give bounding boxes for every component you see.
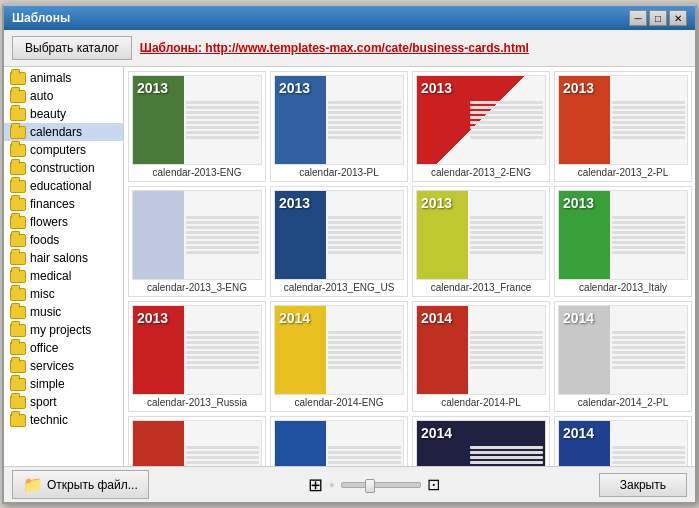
thumbnail-label: calendar-2013_2-PL	[578, 167, 669, 178]
grid-icon[interactable]: ⊞	[308, 474, 323, 496]
status-bar: 📁 Открыть файл... ⊞ ● ⊡ Закрыть	[4, 466, 695, 502]
folder-icon	[10, 162, 26, 175]
sidebar-item-label: misc	[30, 287, 55, 301]
status-left: 📁 Открыть файл...	[12, 470, 149, 499]
calendar-lines	[184, 76, 261, 164]
grid-item[interactable]: calendar-2014_CZ	[128, 416, 266, 466]
year-label: 2013	[563, 80, 594, 96]
grid-item[interactable]: 2013calendar-2013-ENG	[128, 71, 266, 182]
sidebar-item-technic[interactable]: technic	[4, 411, 123, 429]
grid-item[interactable]: 2013calendar-2013_2-PL	[554, 71, 692, 182]
calendar-lines	[184, 421, 261, 466]
grid-item[interactable]: 2014calendar-2014-PL	[412, 301, 550, 412]
sidebar-item-label: services	[30, 359, 74, 373]
zoom-track[interactable]	[341, 482, 421, 488]
close-button[interactable]: Закрыть	[599, 473, 687, 497]
thumbnail-image: 2013	[132, 305, 262, 395]
year-label: 2013	[279, 80, 310, 96]
view-icon[interactable]: ⊡	[427, 475, 440, 494]
maximize-button[interactable]: □	[649, 10, 667, 26]
sidebar-item-animals[interactable]: animals	[4, 69, 123, 87]
select-catalog-button[interactable]: Выбрать каталог	[12, 36, 132, 60]
sidebar-item-services[interactable]: services	[4, 357, 123, 375]
main-area: animalsautobeautycalendarscomputersconst…	[4, 67, 695, 466]
grid-item[interactable]: 2014calendar-2014_ENG_US_2	[412, 416, 550, 466]
calendar-lines	[184, 191, 261, 279]
folder-icon	[10, 288, 26, 301]
grid-item[interactable]: 2013calendar-2013_France	[412, 186, 550, 297]
grid-item[interactable]: 2014calendar-2014-ENG	[270, 301, 408, 412]
sidebar-item-label: music	[30, 305, 61, 319]
sidebar-item-label: flowers	[30, 215, 68, 229]
thumbnail-image: 2013	[416, 190, 546, 280]
grid-item[interactable]: 2014calendar-2014_France	[554, 416, 692, 466]
sidebar-item-label: office	[30, 341, 58, 355]
year-label: 2013	[421, 195, 452, 211]
grid-item[interactable]: calendar-2014_ENG_US	[270, 416, 408, 466]
folder-icon	[10, 252, 26, 265]
sidebar-item-foods[interactable]: foods	[4, 231, 123, 249]
calendar-lines	[610, 76, 687, 164]
grid-item[interactable]: calendar-2013_3-ENG	[128, 186, 266, 297]
sidebar-item-misc[interactable]: misc	[4, 285, 123, 303]
grid-item[interactable]: 2013calendar-2013-PL	[270, 71, 408, 182]
folder-icon	[10, 216, 26, 229]
sidebar-item-beauty[interactable]: beauty	[4, 105, 123, 123]
folder-icon	[10, 342, 26, 355]
sidebar: animalsautobeautycalendarscomputersconst…	[4, 67, 124, 466]
grid-item[interactable]: 2014calendar-2014_2-PL	[554, 301, 692, 412]
sidebar-item-finances[interactable]: finances	[4, 195, 123, 213]
sidebar-item-hair-salons[interactable]: hair salons	[4, 249, 123, 267]
calendar-lines	[468, 191, 545, 279]
open-file-button[interactable]: 📁 Открыть файл...	[12, 470, 149, 499]
sidebar-item-simple[interactable]: simple	[4, 375, 123, 393]
minimize-button[interactable]: ─	[629, 10, 647, 26]
sidebar-item-label: sport	[30, 395, 57, 409]
sidebar-item-construction[interactable]: construction	[4, 159, 123, 177]
sidebar-item-calendars[interactable]: calendars	[4, 123, 123, 141]
calendar-lines	[326, 421, 403, 466]
thumbnail-image: 2013	[558, 190, 688, 280]
sidebar-item-office[interactable]: office	[4, 339, 123, 357]
status-icons: ⊞ ● ⊡	[308, 474, 440, 496]
sidebar-item-label: animals	[30, 71, 71, 85]
year-label: 2014	[421, 310, 452, 326]
window-title: Шаблоны	[12, 11, 70, 25]
sidebar-item-my-projects[interactable]: my projects	[4, 321, 123, 339]
year-label: 2013	[279, 195, 310, 211]
sidebar-item-music[interactable]: music	[4, 303, 123, 321]
grid-item[interactable]: 2013calendar-2013_Russia	[128, 301, 266, 412]
year-label: 2013	[137, 310, 168, 326]
calendar-lines	[468, 76, 545, 164]
title-bar-buttons: ─ □ ✕	[629, 10, 687, 26]
thumbnail-image: 2013	[274, 75, 404, 165]
sidebar-item-label: finances	[30, 197, 75, 211]
thumbnail-label: calendar-2014-PL	[441, 397, 521, 408]
content-area: 2013calendar-2013-ENG2013calendar-2013-P…	[124, 67, 695, 466]
sidebar-item-flowers[interactable]: flowers	[4, 213, 123, 231]
close-window-button[interactable]: ✕	[669, 10, 687, 26]
folder-icon	[10, 396, 26, 409]
zoom-thumb[interactable]	[365, 479, 375, 493]
sidebar-item-medical[interactable]: medical	[4, 267, 123, 285]
sidebar-item-label: construction	[30, 161, 95, 175]
year-label: 2014	[279, 310, 310, 326]
grid-item[interactable]: 2013calendar-2013_2-ENG	[412, 71, 550, 182]
year-label: 2014	[563, 310, 594, 326]
sidebar-item-label: educational	[30, 179, 91, 193]
sidebar-item-label: medical	[30, 269, 71, 283]
grid-item[interactable]: 2013calendar-2013_ENG_US	[270, 186, 408, 297]
main-window: Шаблоны ─ □ ✕ Выбрать каталог Шаблоны: h…	[2, 4, 697, 504]
thumbnail-label: calendar-2013_3-ENG	[147, 282, 247, 293]
sidebar-item-auto[interactable]: auto	[4, 87, 123, 105]
url-label[interactable]: Шаблоны: http://www.templates-max.com/ca…	[140, 41, 687, 55]
sidebar-item-educational[interactable]: educational	[4, 177, 123, 195]
sidebar-item-sport[interactable]: sport	[4, 393, 123, 411]
folder-icon	[10, 180, 26, 193]
grid-item[interactable]: 2013calendar-2013_Italy	[554, 186, 692, 297]
thumbnail-image: 2013	[558, 75, 688, 165]
folder-icon	[10, 72, 26, 85]
thumbnail-label: calendar-2013_2-ENG	[431, 167, 531, 178]
sidebar-item-computers[interactable]: computers	[4, 141, 123, 159]
sidebar-item-label: simple	[30, 377, 65, 391]
